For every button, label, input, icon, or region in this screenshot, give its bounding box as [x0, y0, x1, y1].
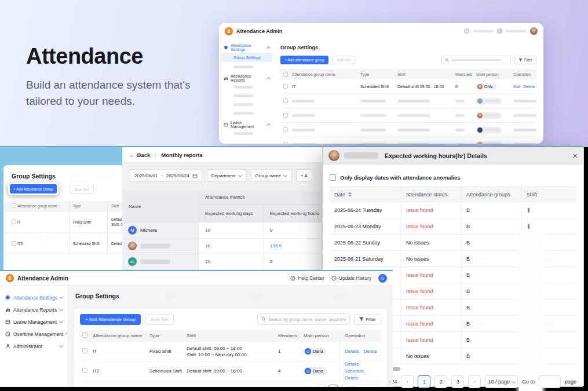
page-button-3[interactable]: 3: [451, 375, 464, 388]
update-history-button[interactable]: Update History: [331, 275, 371, 281]
employee-avatar: SC: [128, 257, 137, 266]
chevron-up-icon: [266, 46, 271, 50]
sidebar-item-leave-management[interactable]: Leave Management: [219, 119, 275, 129]
shift-cell: [522, 202, 576, 218]
col-main-person: Main person: [476, 72, 513, 76]
page-button-2[interactable]: 2: [434, 375, 447, 388]
goto-page-input[interactable]: [539, 375, 561, 388]
sidebar-item-attendance-reports[interactable]: Attendance Reports: [0, 304, 68, 316]
sidebar-item-label: Attendance Reports: [231, 74, 265, 82]
department-dropdown[interactable]: Department: [207, 169, 246, 182]
employee-cell[interactable]: [122, 239, 199, 254]
person-avatar: [477, 98, 483, 104]
details-link[interactable]: Details: [345, 349, 359, 354]
row-checkbox[interactable]: [283, 127, 288, 132]
row-checkbox[interactable]: [82, 368, 87, 373]
table-row[interactable]: IT2 Scheduled Shift Default shift: 09:00…: [80, 361, 381, 381]
sidebar-item-leave-management[interactable]: Leave Management: [0, 316, 68, 328]
user-avatar[interactable]: D: [378, 274, 387, 283]
date-range-picker[interactable]: 2025/06/01 ~ 2025/06/24: [130, 169, 202, 182]
group-name-dropdown[interactable]: Group name: [251, 169, 291, 182]
delete-link[interactable]: Delete: [523, 85, 535, 89]
page-button-1[interactable]: 1: [418, 375, 430, 388]
sidebar-item-attendance-settings[interactable]: Attendance Settings: [0, 291, 68, 304]
sidebar-item-overtime-management[interactable]: Overtime Management: [0, 328, 68, 340]
page-size-dropdown[interactable]: 10 / page: [485, 375, 518, 388]
chevron-down-icon: [238, 173, 242, 177]
metrics-group-header: Attendance metrics: [199, 191, 322, 204]
table-row[interactable]: IT Fixed Shift Default shift: 09:00 ~ 18…: [80, 342, 381, 361]
group-name: IT: [14, 220, 69, 224]
shift-cell: [522, 218, 576, 234]
sidebar-item-attendance-settings[interactable]: Attendance Settings: [219, 42, 275, 52]
add-attendance-group-button[interactable]: + Add Attendance Group: [80, 314, 141, 325]
details-link[interactable]: Details: [345, 361, 359, 367]
watermark-text: Dana: [70, 172, 82, 180]
bulk-set-button[interactable]: Bulk Set: [332, 56, 355, 64]
bulk-set-button[interactable]: Bulk Set: [145, 314, 174, 325]
row-checkbox[interactable]: [283, 84, 288, 89]
back-button[interactable]: ←Back: [129, 152, 150, 158]
filter-button[interactable]: Filter: [354, 314, 381, 325]
col-name: Attendance group name: [93, 333, 149, 338]
highlight-ring: + Add Attendance Group: [8, 182, 59, 195]
col-shift: Shift: [397, 72, 455, 76]
employee-cell[interactable]: SC: [122, 254, 199, 270]
help-center-button[interactable]: Help Center: [290, 275, 324, 281]
expected-days-value[interactable]: 16: [199, 239, 264, 254]
next-page-button[interactable]: ›: [468, 375, 481, 388]
hero-subtitle: Build an attendance system that's tailor…: [26, 77, 217, 109]
window-a-sidebar: Attendance Settings Group Settings Atten…: [219, 39, 275, 144]
row-checkbox[interactable]: [283, 142, 288, 144]
expected-hours-value[interactable]: 0: [264, 254, 322, 269]
expected-days-value[interactable]: 16: [199, 222, 264, 237]
row-checkbox[interactable]: [82, 348, 87, 353]
user-avatar[interactable]: [530, 27, 538, 35]
expected-hours-value[interactable]: 0: [264, 222, 322, 237]
search-box[interactable]: [257, 313, 350, 325]
expected-days-value[interactable]: 16: [199, 254, 264, 269]
add-attendance-group-button[interactable]: + Add attendance group: [280, 56, 328, 64]
schedule-link[interactable]: Schedule: [345, 368, 364, 374]
prev-page-button[interactable]: ‹: [401, 375, 414, 388]
expected-hours-value[interactable]: 136.9: [264, 239, 322, 254]
search-box[interactable]: [441, 56, 511, 64]
add-attendance-group-button[interactable]: + Add Attendance Group: [10, 184, 57, 193]
employee-cell[interactable]: M Michelle: [122, 222, 199, 238]
sidebar-item-attendance-reports[interactable]: Attendance Reports: [219, 73, 275, 83]
sort-icon[interactable]: [348, 192, 352, 197]
edit-link[interactable]: Edit: [513, 85, 520, 89]
sidebar-item-administrator[interactable]: Administrator: [0, 340, 68, 352]
delete-link[interactable]: Delete: [363, 349, 377, 354]
col-operation: Operation: [513, 72, 536, 76]
row-checkbox[interactable]: [283, 113, 288, 118]
select-all-checkbox[interactable]: [283, 72, 288, 76]
help-icon[interactable]: ?: [464, 28, 469, 34]
search-input[interactable]: [268, 317, 346, 322]
sidebar-item-group-settings[interactable]: Group Settings: [221, 53, 272, 62]
select-all-checkbox[interactable]: [82, 332, 87, 338]
filter-button[interactable]: Filter: [514, 56, 536, 64]
row-checkbox[interactable]: [283, 98, 288, 103]
main-person-chip: DDana: [304, 367, 327, 375]
group-type: Fixed Shift: [149, 349, 187, 354]
close-icon[interactable]: ×: [572, 151, 578, 160]
next-page-button[interactable]: ›: [341, 385, 350, 387]
table-row[interactable]: IT Fixed Shift Default shift: 09:00 ~ 18…: [3, 211, 122, 233]
chevron-down-icon: [60, 295, 63, 298]
redacted-name: [140, 244, 170, 249]
col-date[interactable]: Date: [330, 187, 401, 202]
table-row[interactable]: IT2 Scheduled Shift Default shift: 09:00…: [3, 233, 122, 254]
page-button-1[interactable]: 1: [328, 385, 338, 387]
sidebar-item-label: Leave Management: [13, 319, 57, 325]
bulk-set-button[interactable]: Bulk Set: [70, 185, 94, 194]
watermark-text: Dana: [8, 172, 20, 180]
delete-link[interactable]: Delete: [345, 375, 358, 381]
history-clock-icon[interactable]: [497, 28, 502, 34]
table-row[interactable]: IT Scheduled Shift Default shift:09:00 -…: [280, 79, 536, 94]
page-size-dropdown[interactable]: 10 / page: [353, 385, 380, 387]
anomalies-only-checkbox[interactable]: [330, 174, 336, 181]
add-filter-button-partial[interactable]: + A: [296, 169, 312, 182]
filter-funnel-icon: [518, 58, 523, 62]
prev-page-button[interactable]: ‹: [316, 385, 326, 387]
